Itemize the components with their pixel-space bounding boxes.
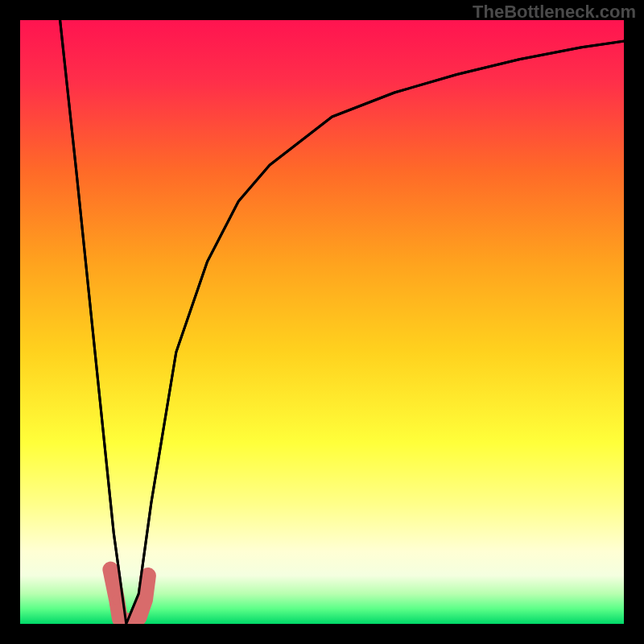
marker-dot [112,595,122,605]
chart-frame: TheBottleneck.com [0,0,644,644]
marker-dot [106,566,114,574]
bottleneck-chart [0,0,644,644]
watermark-text: TheBottleneck.com [473,2,636,23]
